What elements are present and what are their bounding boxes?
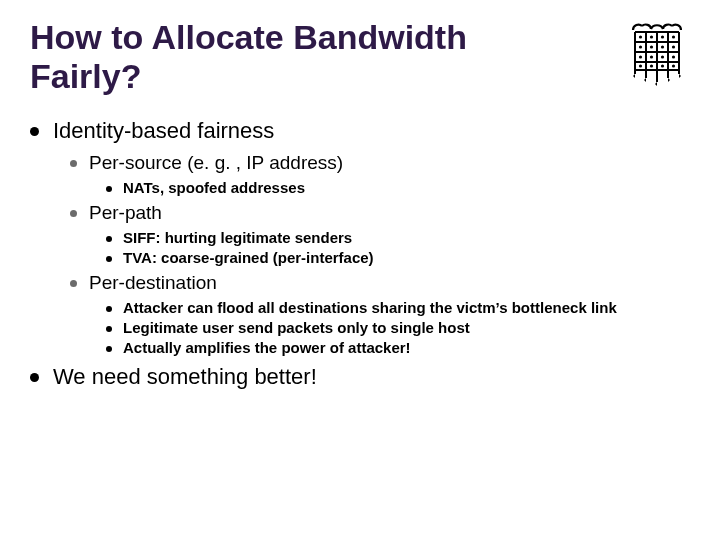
list-item: SIFF: hurting legitimate senders [106, 229, 690, 246]
bullet-icon [106, 236, 112, 242]
svg-point-21 [672, 55, 675, 58]
svg-point-23 [650, 64, 653, 67]
list-item: Per-source (e. g. , IP address) NATs, sp… [70, 152, 690, 196]
list-item: NATs, spoofed addresses [106, 179, 690, 196]
bullet-text: Actually amplifies the power of attacker… [123, 339, 411, 356]
bullet-text: We need something better! [53, 364, 317, 390]
svg-point-16 [661, 45, 664, 48]
svg-point-14 [639, 45, 642, 48]
svg-point-17 [672, 45, 675, 48]
svg-point-22 [639, 64, 642, 67]
bullet-icon [70, 160, 77, 167]
svg-point-12 [661, 35, 664, 38]
bullet-icon [106, 346, 112, 352]
svg-point-20 [661, 55, 664, 58]
bullet-text: Attacker can flood all destinations shar… [123, 299, 617, 316]
bullet-text: NATs, spoofed addresses [123, 179, 305, 196]
bullet-icon [70, 280, 77, 287]
bullet-icon [70, 210, 77, 217]
bullet-icon [106, 256, 112, 262]
list-item: Attacker can flood all destinations shar… [106, 299, 690, 316]
bullet-icon [106, 186, 112, 192]
svg-point-18 [639, 55, 642, 58]
svg-point-11 [650, 35, 653, 38]
bullet-text: Identity-based fairness [53, 118, 274, 144]
list-item: Identity-based fairness Per-source (e. g… [30, 118, 690, 356]
bullet-list: Identity-based fairness Per-source (e. g… [30, 118, 690, 390]
bullet-text: SIFF: hurting legitimate senders [123, 229, 352, 246]
svg-point-10 [639, 35, 642, 38]
slide-title: How to Allocate Bandwidth Fairly? [30, 18, 530, 96]
bullet-icon [30, 127, 39, 136]
slide-body: How to Allocate Bandwidth Fairly? [0, 0, 720, 418]
svg-point-19 [650, 55, 653, 58]
bullet-text: Legitimate user send packets only to sin… [123, 319, 470, 336]
bullet-icon [30, 373, 39, 382]
svg-point-13 [672, 35, 675, 38]
bullet-icon [106, 306, 112, 312]
list-item: We need something better! [30, 364, 690, 390]
list-item: TVA: coarse-grained (per-interface) [106, 249, 690, 266]
svg-point-24 [661, 64, 664, 67]
bullet-text: Per-source (e. g. , IP address) [89, 152, 343, 174]
svg-point-15 [650, 45, 653, 48]
bullet-text: TVA: coarse-grained (per-interface) [123, 249, 374, 266]
bullet-text: Per-destination [89, 272, 217, 294]
list-item: Actually amplifies the power of attacker… [106, 339, 690, 356]
bullet-text: Per-path [89, 202, 162, 224]
svg-point-25 [672, 64, 675, 67]
bullet-icon [106, 326, 112, 332]
list-item: Per-destination Attacker can flood all d… [70, 272, 690, 356]
list-item: Per-path SIFF: hurting legitimate sender… [70, 202, 690, 266]
list-item: Legitimate user send packets only to sin… [106, 319, 690, 336]
portcullis-logo [629, 22, 685, 92]
